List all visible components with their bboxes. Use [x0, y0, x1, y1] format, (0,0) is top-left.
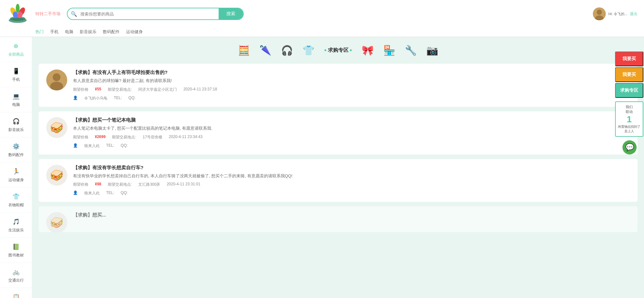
post-user-icon-2: 👤: [73, 143, 78, 149]
cat-icon-bow[interactable]: 🎀: [362, 45, 374, 56]
sidebar-item-computer[interactable]: 💻 电脑: [0, 87, 32, 112]
post-meta-2: 期望价格 ¥2699 期望交易地点: 17号宿舍楼 2020-4-11 23:3…: [73, 135, 630, 140]
post-title-3[interactable]: 【求购】有没有学长想卖自行车?: [73, 165, 630, 171]
post-tel-2: TEL:: [106, 143, 114, 149]
svg-point-1: [10, 16, 25, 21]
sidebar-item-life[interactable]: 🎵 生活娱乐: [0, 213, 32, 238]
user-greeting: Hi: 令飞的...: [608, 12, 627, 16]
post-meta-1: 期望价格 ¥55 期望交易地点: 同济大学嘉定小区北门 2020-4-11 23…: [73, 87, 630, 92]
audio-icon: 🎧: [12, 117, 21, 126]
avatar: [593, 7, 606, 20]
svg-point-8: [597, 10, 602, 15]
search-button[interactable]: 搜索: [219, 8, 243, 19]
post-time-1: 2020-4-11 23:37:18: [183, 87, 217, 92]
skill-icon: 📋: [12, 293, 21, 298]
nav-entertainment[interactable]: 影音娱乐: [80, 29, 96, 35]
sidebar-item-transport[interactable]: 🚲 交通出行: [0, 263, 32, 288]
sidebar-item-books[interactable]: 📗 图书教材: [0, 238, 32, 263]
cat-icon-shirt[interactable]: 👕: [303, 45, 314, 56]
clothes-icon: 👕: [12, 192, 21, 201]
post-title-4[interactable]: 【求购】想买...: [73, 212, 630, 218]
post-user-3: 狼来入此: [84, 191, 100, 196]
post-location-label-3: 期望交易地点:: [108, 182, 132, 187]
logout-button[interactable]: 退出: [630, 11, 638, 17]
post-content-4: 【求购】想买...: [73, 212, 630, 220]
digital-icon: ⚙️: [12, 142, 21, 151]
post-price-label-3: 期望价格: [73, 182, 88, 187]
svg-text:🥪: 🥪: [50, 216, 64, 229]
cat-icon-camera[interactable]: 📷: [426, 45, 438, 56]
purchase-zone-btn[interactable]: 求购专区: [615, 83, 643, 98]
cat-icon-calculator[interactable]: 🧮: [238, 45, 250, 56]
want-to-buy-btn-1[interactable]: 我要买: [615, 51, 643, 66]
svg-text:🥪: 🥪: [50, 169, 64, 182]
dot-left: •: [324, 47, 326, 54]
post-desc-2: 本人笔记本电脑太卡了, 想买一个配置比较高的笔记本电脑, 有愿意请联系我.: [73, 125, 630, 132]
post-location-3: 文汇路300弄: [138, 182, 160, 187]
sidebar-label-life: 生活娱乐: [8, 228, 24, 233]
post-card-1: 【求购】有没有人手上有羽毛球拍要出售的? 有人原意卖自己的球拍嘛? 最好是二副,…: [39, 64, 638, 107]
want-to-buy-btn-2[interactable]: 我要买: [615, 67, 643, 82]
life-icon: 🎵: [12, 217, 21, 226]
post-footer-2: 👤 狼来入此 TEL: QQ:: [73, 143, 630, 149]
nav-digital[interactable]: 数码配件: [103, 29, 120, 35]
user-area: Hi: 令飞的... 退出: [593, 7, 638, 20]
sidebar-item-digital[interactable]: ⚙️ 数码配件: [0, 137, 32, 163]
nav-phone[interactable]: 手机: [50, 29, 59, 35]
nav-sports[interactable]: 运动健身: [126, 29, 143, 35]
post-price-1: ¥55: [95, 87, 101, 92]
sidebar-item-phone[interactable]: 📱 手机: [0, 62, 32, 87]
cat-icon-umbrella[interactable]: 🌂: [259, 45, 271, 56]
post-avatar-2: 🥪: [46, 117, 67, 138]
sports-icon: 🏃: [12, 167, 21, 176]
sidebar-item-clothes[interactable]: 👕 衣物鞋帽: [0, 188, 32, 213]
post-desc-3: 有没有快毕业的学长想卖掉自己自行车的, 本人自行车骑了没两天就被偷了, 想买个二…: [73, 173, 630, 180]
category-icons-bar: 🧮 🌂 🎧 👕 • 求购专区 • 🎀 🏪 🔧 📷: [39, 40, 638, 59]
info-num: 1: [617, 114, 641, 125]
post-avatar-4: 🥪: [46, 212, 67, 232]
post-footer-1: 👤 令飞的小乌龟 TEL: QQ:: [73, 96, 630, 101]
post-qq-2: QQ:: [121, 143, 128, 149]
wechat-icon[interactable]: 💬: [622, 140, 637, 154]
special-text: 求购专区: [328, 47, 349, 54]
post-content-2: 【求购】想买一个笔记本电脑 本人笔记本电脑太卡了, 想买一个配置比较高的笔记本电…: [73, 117, 630, 149]
post-location-label-2: 期望交易地点:: [112, 135, 136, 140]
post-title-1[interactable]: 【求购】有没有人手上有羽毛球拍要出售的?: [73, 70, 630, 76]
content-area: 🧮 🌂 🎧 👕 • 求购专区 • 🎀 🏪 🔧 📷: [32, 37, 644, 298]
post-content-1: 【求购】有没有人手上有羽毛球拍要出售的? 有人原意卖自己的球拍嘛? 最好是二副,…: [73, 70, 630, 101]
cat-special-label[interactable]: • 求购专区 •: [324, 47, 352, 54]
info-desc: 闲置物品找到了卖上人: [617, 125, 641, 134]
post-time-3: 2020-4-11 23:31:01: [167, 182, 200, 187]
cat-icon-shop[interactable]: 🏪: [383, 45, 395, 56]
sidebar-item-skill[interactable]: 📋 个人技能: [0, 288, 32, 298]
post-location-1: 同济大学嘉定小区北门: [138, 87, 177, 92]
post-user-1: 令飞的小乌龟: [84, 96, 107, 101]
post-user-2: 狼来入此: [84, 143, 100, 149]
sidebar-label-computer: 电脑: [12, 102, 20, 107]
nav-hot[interactable]: 热门: [35, 29, 44, 35]
cat-icon-wrench[interactable]: 🔧: [405, 45, 417, 56]
sidebar-item-sports[interactable]: 🏃 运动健身: [0, 163, 32, 188]
market-link[interactable]: 转转二手市场: [35, 11, 60, 17]
sidebar-item-audio[interactable]: 🎧 影音娱乐: [0, 112, 32, 137]
search-bar: 🔍 搜索: [67, 8, 244, 20]
header: 转转二手市场 🔍 搜索 Hi: 令飞的... 退出 热门 手机 电: [0, 0, 644, 37]
search-input[interactable]: [80, 9, 219, 19]
cat-icon-headphones[interactable]: 🎧: [281, 45, 293, 56]
post-title-2[interactable]: 【求购】想买一个笔记本电脑: [73, 117, 630, 123]
all-icon: ⊕: [12, 42, 21, 51]
post-avatar-1: [46, 70, 67, 90]
post-user-icon-1: 👤: [73, 96, 78, 101]
sidebar-label-books: 图书教材: [8, 253, 24, 258]
post-card-4: 🥪 【求购】想买...: [39, 206, 638, 232]
logo: [6, 3, 29, 25]
svg-text:🥪: 🥪: [50, 121, 64, 134]
right-info-box: 我们 联动 1 闲置物品找到了卖上人: [615, 101, 643, 137]
post-desc-1: 有人原意卖自己的球拍嘛? 最好是二副, 有的请联系我!: [73, 78, 630, 84]
post-card-3: 🥪 【求购】有没有学长想卖自行车? 有没有快毕业的学长想卖掉自己自行车的, 本人…: [39, 159, 638, 202]
nav-computer[interactable]: 电脑: [65, 29, 73, 35]
post-price-label-1: 期望价格: [73, 87, 88, 92]
post-price-3: ¥98: [95, 182, 101, 187]
sidebar-item-all[interactable]: ⊕ 全部商品: [0, 37, 32, 62]
dot-right: •: [350, 47, 352, 54]
